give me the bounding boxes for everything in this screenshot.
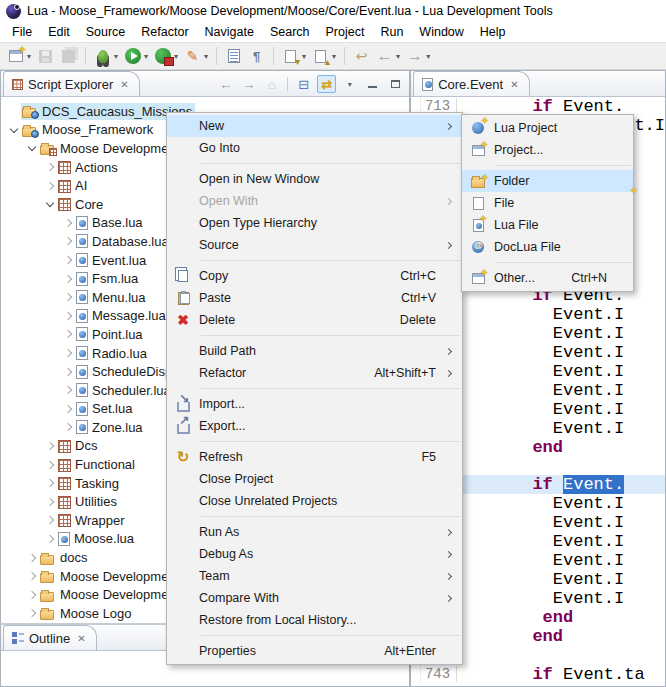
tree-item[interactable]: Moose_Framework: [21, 121, 156, 138]
menu-item-source[interactable]: Source: [167, 234, 462, 256]
menu-item-compare-with[interactable]: Compare With: [167, 587, 462, 609]
menu-item-run-as[interactable]: Run As: [167, 521, 462, 543]
chevron-right-icon[interactable]: [43, 443, 57, 449]
chevron-right-icon[interactable]: [43, 517, 57, 523]
chevron-right-icon[interactable]: [25, 573, 39, 579]
toolbar-button-run-last[interactable]: ▾: [151, 44, 181, 68]
tree-item[interactable]: Actions: [57, 159, 121, 176]
dropdown-caret-icon[interactable]: ▾: [174, 52, 178, 61]
chevron-right-icon[interactable]: [43, 164, 57, 170]
explorer-toolbar-forward[interactable]: →: [239, 75, 258, 93]
menu-item-open-in-new-window[interactable]: Open in New Window: [167, 168, 462, 190]
menu-item-close-project[interactable]: Close Project: [167, 468, 462, 490]
menu-item-refactor[interactable]: RefactorAlt+Shift+T: [167, 362, 462, 384]
menu-item-lua-file[interactable]: Lua File: [462, 214, 633, 236]
menu-item-doclua-file[interactable]: DocLua File: [462, 236, 633, 258]
tree-item[interactable]: Utilities: [57, 493, 120, 510]
chevron-right-icon[interactable]: [25, 555, 39, 561]
toolbar-button-back[interactable]: ←▾: [373, 44, 403, 68]
tree-item[interactable]: Message.lua: [75, 307, 169, 324]
menubar-item-run[interactable]: Run: [372, 23, 411, 41]
menubar-item-search[interactable]: Search: [262, 23, 318, 41]
close-icon[interactable]: ✕: [510, 79, 518, 90]
tab-script-explorer[interactable]: Script Explorer ✕: [3, 71, 140, 96]
dropdown-caret-icon[interactable]: ▾: [114, 52, 118, 61]
tree-item[interactable]: Wrapper: [57, 512, 128, 529]
chevron-right-icon[interactable]: [61, 331, 75, 337]
dropdown-caret-icon[interactable]: ▾: [396, 52, 400, 61]
chevron-right-icon[interactable]: [61, 350, 75, 356]
chevron-right-icon[interactable]: [43, 499, 57, 505]
menu-item-copy[interactable]: CopyCtrl+C: [167, 265, 462, 287]
menu-item-close-unrelated-projects[interactable]: Close Unrelated Projects: [167, 490, 462, 512]
explorer-toolbar-maximize[interactable]: [386, 75, 405, 93]
chevron-right-icon[interactable]: [43, 462, 57, 468]
tree-item[interactable]: Menu.lua: [75, 289, 148, 306]
menu-item-restore-from-local-history[interactable]: Restore from Local History...: [167, 609, 462, 631]
menu-item-open-type-hierarchy[interactable]: Open Type Hierarchy: [167, 212, 462, 234]
menubar-item-edit[interactable]: Edit: [40, 23, 78, 41]
dropdown-caret-icon[interactable]: ▾: [302, 52, 306, 61]
menu-item-lua-project[interactable]: Lua Project: [462, 117, 633, 139]
chevron-right-icon[interactable]: [61, 220, 75, 226]
menubar-item-window[interactable]: Window: [411, 23, 471, 41]
dropdown-caret-icon[interactable]: ▾: [144, 52, 148, 61]
chevron-right-icon[interactable]: [61, 257, 75, 263]
tree-item[interactable]: Core: [57, 196, 106, 213]
menu-item-folder[interactable]: Folder: [462, 170, 633, 192]
menu-item-team[interactable]: Team: [167, 565, 462, 587]
tab-core-event[interactable]: Core.Event ✕: [413, 71, 529, 96]
tree-item[interactable]: Radio.lua: [75, 345, 150, 362]
menu-item-file[interactable]: File: [462, 192, 633, 214]
tree-item[interactable]: Event.lua: [75, 252, 149, 269]
chevron-right-icon[interactable]: [61, 294, 75, 300]
chevron-right-icon[interactable]: [61, 276, 75, 282]
dropdown-caret-icon[interactable]: ▾: [204, 52, 208, 61]
tree-item[interactable]: Moose Development: [39, 586, 182, 603]
toolbar-button-show-whitespace[interactable]: ¶: [245, 44, 268, 68]
tree-item[interactable]: Moose Development: [39, 140, 182, 157]
toolbar-button-open-doc[interactable]: [222, 44, 245, 68]
dropdown-caret-icon[interactable]: ▾: [426, 52, 430, 61]
menubar-item-refactor[interactable]: Refactor: [133, 23, 196, 41]
tree-item[interactable]: Fsm.lua: [75, 270, 141, 287]
chevron-down-icon[interactable]: [25, 146, 39, 150]
menu-item-debug-as[interactable]: Debug As: [167, 543, 462, 565]
menu-item-go-into[interactable]: Go Into: [167, 137, 462, 159]
chevron-down-icon[interactable]: [7, 128, 21, 132]
toolbar-button-debug[interactable]: ▾: [91, 44, 121, 68]
menu-item-refresh[interactable]: ↻RefreshF5: [167, 446, 462, 468]
toolbar-button-last-edit-location[interactable]: ↩: [350, 44, 373, 68]
menubar-item-navigate[interactable]: Navigate: [197, 23, 262, 41]
chevron-right-icon[interactable]: [61, 313, 75, 319]
toolbar-button-prev-annotation[interactable]: ▾: [309, 44, 339, 68]
chevron-right-icon[interactable]: [43, 480, 57, 486]
tree-item[interactable]: Zone.lua: [75, 419, 146, 436]
chevron-right-icon[interactable]: [25, 610, 39, 616]
menu-item-paste[interactable]: PasteCtrl+V: [167, 287, 462, 309]
toolbar-button-forward[interactable]: →▾: [403, 44, 433, 68]
menu-item-project[interactable]: Project...: [462, 139, 633, 161]
menu-item-properties[interactable]: PropertiesAlt+Enter: [167, 640, 462, 662]
chevron-right-icon[interactable]: [61, 238, 75, 244]
tree-item[interactable]: Dcs: [57, 437, 100, 454]
chevron-right-icon[interactable]: [61, 369, 75, 375]
menu-item-export[interactable]: Export...: [167, 415, 462, 437]
menubar-item-file[interactable]: File: [4, 23, 40, 41]
explorer-toolbar-back[interactable]: ←: [216, 75, 235, 93]
chevron-right-icon[interactable]: [61, 424, 75, 430]
explorer-toolbar-up[interactable]: ⌂: [262, 75, 281, 93]
chevron-right-icon[interactable]: [43, 183, 57, 189]
tree-item[interactable]: AI: [57, 177, 90, 194]
tree-item[interactable]: Functional: [57, 456, 138, 473]
menu-item-new[interactable]: New: [167, 115, 462, 137]
dropdown-caret-icon[interactable]: ▾: [332, 52, 336, 61]
tree-item[interactable]: Tasking: [57, 475, 122, 492]
explorer-toolbar-collapse-all[interactable]: ⊟: [294, 75, 313, 93]
menubar-item-source[interactable]: Source: [78, 23, 134, 41]
menu-item-delete[interactable]: ✖DeleteDelete: [167, 309, 462, 331]
chevron-down-icon[interactable]: [43, 202, 57, 206]
chevron-right-icon[interactable]: [61, 406, 75, 412]
tab-outline[interactable]: Outline ✕: [3, 625, 97, 650]
chevron-right-icon[interactable]: [25, 592, 39, 598]
